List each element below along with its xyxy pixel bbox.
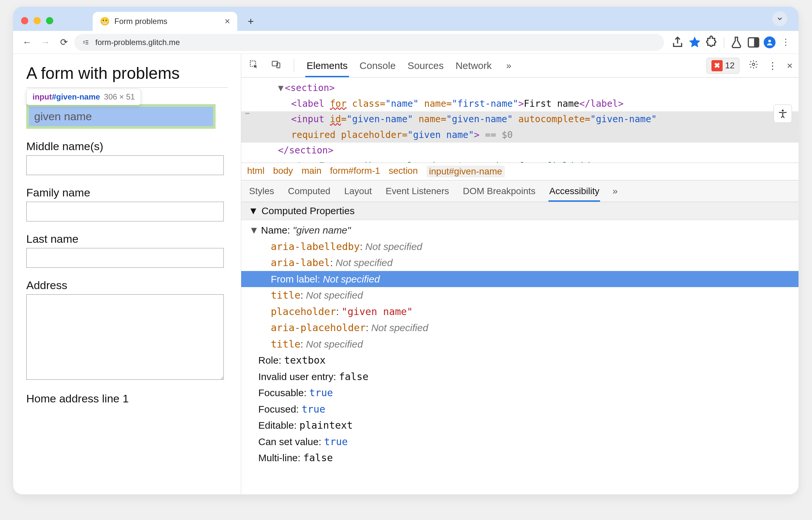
tooltip-dimensions: 306 × 51 [104, 92, 135, 102]
more-tabs-button[interactable]: » [502, 60, 515, 71]
tab-network[interactable]: Network [454, 54, 493, 77]
devtools-menu-button[interactable]: ⋮ [768, 60, 778, 71]
toolbar-actions: ⋮ [671, 35, 793, 49]
given-name-input[interactable]: given name [29, 107, 213, 126]
middle-name-label: Middle name(s) [26, 140, 228, 153]
forward-button[interactable]: → [37, 34, 53, 50]
tab-title: Form problems [115, 17, 167, 26]
last-name-label: Last name [26, 233, 228, 245]
last-name-input[interactable] [26, 248, 224, 268]
bookmark-button[interactable] [688, 35, 702, 49]
address-url: form-problems.glitch.me [95, 38, 180, 47]
family-name-input[interactable] [26, 202, 224, 222]
subtab-accessibility[interactable]: Accessibility [549, 181, 600, 202]
error-icon: ✖ [711, 60, 722, 71]
from-label-row[interactable]: From label: Not specified [241, 271, 798, 287]
tab-favicon: 😬 [100, 17, 110, 26]
close-tab-icon[interactable]: × [225, 16, 230, 27]
highlighted-element: given name [26, 104, 215, 129]
dom-breadcrumb[interactable]: html body main form#form-1 section input… [241, 163, 798, 180]
tab-sources[interactable]: Sources [406, 54, 445, 77]
subtab-computed[interactable]: Computed [287, 181, 331, 202]
subtab-layout[interactable]: Layout [344, 181, 372, 202]
close-devtools-button[interactable]: × [787, 60, 793, 71]
window-controls [21, 17, 53, 24]
subtab-dom-breakpoints[interactable]: DOM Breakpoints [462, 181, 536, 202]
minimize-window-button[interactable] [33, 17, 41, 24]
side-panel-button[interactable] [746, 35, 760, 49]
menu-button[interactable]: ⋮ [779, 35, 793, 49]
dom-tree[interactable]: ⋯ ▼<section> <label for class="name" nam… [241, 78, 798, 163]
svg-rect-1 [754, 38, 759, 47]
back-button[interactable]: ← [19, 34, 35, 50]
share-button[interactable] [671, 35, 685, 49]
panel-icon [746, 35, 760, 49]
profile-button[interactable] [764, 36, 776, 48]
error-count-badge[interactable]: ✖ 12 [707, 58, 740, 74]
devtools-toolbar: Elements Console Sources Network » ✖ 12 … [241, 54, 798, 78]
address-textarea[interactable] [26, 294, 224, 380]
middle-name-input[interactable] [26, 155, 224, 175]
close-window-button[interactable] [21, 17, 28, 24]
computed-properties-header[interactable]: ▼ Computed Properties [241, 202, 798, 220]
new-tab-button[interactable]: + [241, 12, 260, 31]
settings-button[interactable] [748, 59, 758, 72]
share-icon [671, 35, 685, 49]
home-line1-label: Home address line 1 [26, 392, 228, 405]
flask-icon [730, 35, 743, 49]
page-title: A form with problems [26, 64, 228, 88]
devtools-panel: Elements Console Sources Network » ✖ 12 … [241, 54, 798, 494]
maximize-window-button[interactable] [46, 17, 53, 24]
svg-point-2 [768, 40, 771, 42]
page-content: A form with problems input#given-name 30… [13, 54, 241, 494]
person-icon [766, 38, 773, 46]
accessibility-badge[interactable] [773, 104, 792, 123]
more-subtabs-button[interactable]: » [612, 186, 618, 197]
address-bar[interactable]: form-problems.glitch.me [74, 34, 664, 51]
address-label: Address [26, 279, 228, 292]
element-inspect-tooltip: input#given-name 306 × 51 [26, 89, 141, 105]
family-name-label: Family name [26, 186, 228, 199]
gear-icon [748, 59, 758, 69]
tab-console[interactable]: Console [358, 54, 397, 77]
extensions-button[interactable] [705, 35, 719, 49]
tab-strip: 😬 Form problems × + [13, 6, 798, 31]
accessibility-properties: ▼ Name: "given name" aria-labelledby: No… [241, 220, 798, 476]
browser-toolbar: ← → ⟳ form-problems.glitch.me [13, 31, 798, 54]
tab-elements[interactable]: Elements [305, 54, 349, 77]
person-accessibility-icon [778, 108, 788, 119]
inspect-element-button[interactable] [247, 60, 260, 71]
devices-icon [272, 60, 281, 69]
browser-tab[interactable]: 😬 Form problems × [93, 12, 237, 31]
device-toggle-button[interactable] [270, 60, 283, 71]
inspect-icon [249, 60, 258, 69]
reload-button[interactable]: ⟳ [56, 34, 72, 50]
star-icon [688, 35, 702, 49]
devtools-subtabs: Styles Computed Layout Event Listeners D… [241, 180, 798, 202]
labs-button[interactable] [730, 35, 743, 49]
browser-window: 😬 Form problems × + ← → ⟳ form-problems.… [13, 6, 798, 494]
site-info-icon[interactable] [81, 37, 91, 47]
dom-gutter-dots[interactable]: ⋯ [245, 107, 249, 119]
svg-point-6 [753, 63, 755, 66]
puzzle-icon [705, 35, 719, 49]
chevron-down-icon [776, 15, 783, 22]
subtab-event-listeners[interactable]: Event Listeners [385, 181, 450, 202]
subtab-styles[interactable]: Styles [249, 181, 275, 202]
svg-point-7 [782, 110, 784, 112]
tab-search-button[interactable] [772, 11, 787, 26]
